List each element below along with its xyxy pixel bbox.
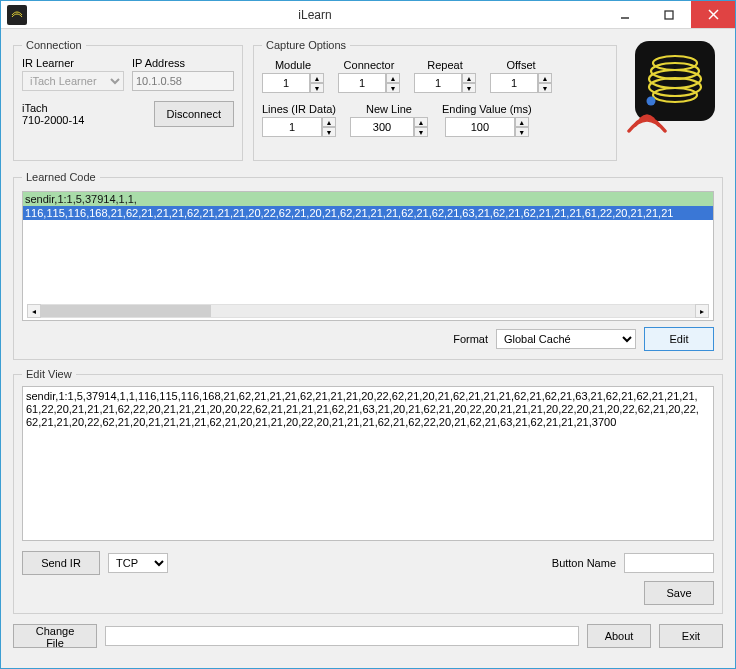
scroll-left-icon[interactable]: ◂ [27, 304, 41, 318]
learned-code-group: Learned Code sendir,1:1,5,37914,1,1, 116… [13, 171, 723, 360]
chevron-down-icon[interactable]: ▼ [386, 83, 400, 93]
maximize-button[interactable] [647, 1, 691, 28]
device-serial: 710-2000-14 [22, 114, 84, 126]
repeat-stepper[interactable]: ▲▼ [414, 73, 476, 93]
learned-code-line-1[interactable]: sendir,1:1,5,37914,1,1, [23, 192, 713, 206]
chevron-down-icon[interactable]: ▼ [538, 83, 552, 93]
offset-label: Offset [506, 59, 535, 71]
edit-view-textarea[interactable]: sendir,1:1,5,37914,1,1,116,115,116,168,2… [22, 386, 714, 541]
ip-address-label: IP Address [132, 57, 234, 69]
connector-label: Connector [344, 59, 395, 71]
device-name: iTach [22, 102, 84, 114]
window-title: iLearn [27, 8, 603, 22]
chevron-down-icon[interactable]: ▼ [310, 83, 324, 93]
file-path-field[interactable] [105, 626, 579, 646]
ir-learner-label: IR Learner [22, 57, 124, 69]
svg-rect-1 [665, 11, 673, 19]
scroll-right-icon[interactable]: ▸ [695, 304, 709, 318]
close-button[interactable] [691, 1, 735, 28]
ending-label: Ending Value (ms) [442, 103, 532, 115]
learned-code-legend: Learned Code [22, 171, 100, 183]
capture-options-legend: Capture Options [262, 39, 350, 51]
offset-stepper[interactable]: ▲▼ [490, 73, 552, 93]
connection-group: Connection IR Learner iTach Learner IP A… [13, 39, 243, 161]
horizontal-scrollbar[interactable]: ◂ ▸ [27, 304, 709, 318]
save-button[interactable]: Save [644, 581, 714, 605]
chevron-up-icon[interactable]: ▲ [414, 117, 428, 127]
button-name-label: Button Name [552, 557, 616, 569]
module-stepper[interactable]: ▲▼ [262, 73, 324, 93]
change-file-button[interactable]: Change File [13, 624, 97, 648]
minimize-button[interactable] [603, 1, 647, 28]
chevron-down-icon[interactable]: ▼ [414, 127, 428, 137]
scroll-track[interactable] [41, 304, 695, 318]
svg-point-9 [647, 97, 656, 106]
chevron-up-icon[interactable]: ▲ [462, 73, 476, 83]
chevron-up-icon[interactable]: ▲ [538, 73, 552, 83]
chevron-up-icon[interactable]: ▲ [322, 117, 336, 127]
learned-code-line-2[interactable]: 116,115,116,168,21,62,21,21,21,62,21,21,… [23, 206, 713, 220]
brand-logo [627, 39, 723, 135]
disconnect-button[interactable]: Disconnect [154, 101, 234, 127]
lines-stepper[interactable]: ▲▼ [262, 117, 336, 137]
app-icon [7, 5, 27, 25]
capture-options-group: Capture Options Module ▲▼ Connector ▲▼ R… [253, 39, 617, 161]
edit-view-group: Edit View sendir,1:1,5,37914,1,1,116,115… [13, 368, 723, 614]
chevron-up-icon[interactable]: ▲ [310, 73, 324, 83]
lines-label: Lines (IR Data) [262, 103, 336, 115]
client-area: Connection IR Learner iTach Learner IP A… [1, 29, 735, 668]
format-select[interactable]: Global Caché [496, 329, 636, 349]
send-ir-button[interactable]: Send IR [22, 551, 100, 575]
protocol-select[interactable]: TCP [108, 553, 168, 573]
app-window: iLearn Connection IR Learner iTach [0, 0, 736, 669]
edit-view-legend: Edit View [22, 368, 76, 380]
repeat-label: Repeat [427, 59, 462, 71]
scroll-thumb[interactable] [41, 305, 211, 317]
title-bar: iLearn [1, 1, 735, 29]
connection-legend: Connection [22, 39, 86, 51]
about-button[interactable]: About [587, 624, 651, 648]
chevron-down-icon[interactable]: ▼ [515, 127, 529, 137]
module-label: Module [275, 59, 311, 71]
ip-address-field[interactable] [132, 71, 234, 91]
format-label: Format [453, 333, 488, 345]
newline-label: New Line [366, 103, 412, 115]
window-buttons [603, 1, 735, 28]
connector-stepper[interactable]: ▲▼ [338, 73, 400, 93]
ir-learner-select[interactable]: iTach Learner [22, 71, 124, 91]
ending-stepper[interactable]: ▲▼ [445, 117, 529, 137]
chevron-up-icon[interactable]: ▲ [386, 73, 400, 83]
chevron-down-icon[interactable]: ▼ [322, 127, 336, 137]
learned-code-box[interactable]: sendir,1:1,5,37914,1,1, 116,115,116,168,… [22, 191, 714, 321]
chevron-down-icon[interactable]: ▼ [462, 83, 476, 93]
edit-button[interactable]: Edit [644, 327, 714, 351]
newline-stepper[interactable]: ▲▼ [350, 117, 428, 137]
chevron-up-icon[interactable]: ▲ [515, 117, 529, 127]
device-info: iTach 710-2000-14 [22, 102, 84, 126]
button-name-field[interactable] [624, 553, 714, 573]
exit-button[interactable]: Exit [659, 624, 723, 648]
